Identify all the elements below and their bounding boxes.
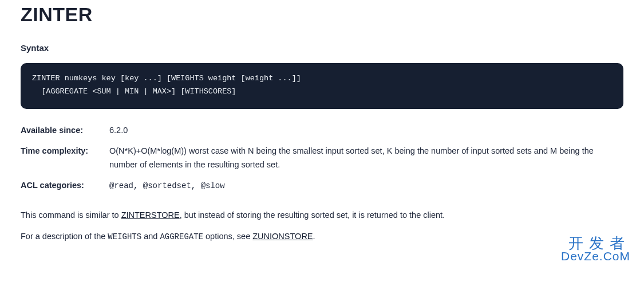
syntax-heading: Syntax — [21, 43, 623, 53]
code-aggregate: AGGREGATE — [160, 232, 203, 241]
doc-page: ZINTER Syntax ZINTER numkeys key [key ..… — [0, 0, 644, 268]
meta-label: Time complexity: — [21, 144, 109, 157]
meta-row-time-complexity: Time complexity: O(N*K)+O(M*log(M)) wors… — [21, 144, 623, 172]
text: This command is similar to — [21, 210, 121, 220]
meta-label: Available since: — [21, 124, 109, 136]
meta-value: @read, @sortedset, @slow — [109, 179, 623, 193]
meta-table: Available since: 6.2.0 Time complexity: … — [21, 124, 623, 193]
meta-row-acl: ACL categories: @read, @sortedset, @slow — [21, 179, 623, 193]
meta-label: ACL categories: — [21, 179, 109, 192]
meta-row-available-since: Available since: 6.2.0 — [21, 124, 623, 138]
text: options, see — [203, 232, 252, 241]
page-title: ZINTER — [21, 3, 623, 26]
meta-value: 6.2.0 — [109, 124, 623, 138]
body-paragraph-2: For a description of the WEIGHTS and AGG… — [21, 230, 623, 243]
code-weights: WEIGHTS — [108, 232, 141, 241]
text: . — [313, 232, 315, 241]
watermark-line-2: DevZe.CoM — [561, 250, 630, 263]
link-zinterstore[interactable]: ZINTERSTORE — [121, 210, 180, 220]
text: For a description of the — [21, 232, 108, 241]
link-zunionstore[interactable]: ZUNIONSTORE — [252, 232, 313, 241]
acl-code: @read, @sortedset, @slow — [109, 181, 225, 190]
meta-value: O(N*K)+O(M*log(M)) worst case with N bei… — [109, 144, 623, 172]
text: , but instead of storing the resulting s… — [180, 210, 445, 220]
body-paragraph-1: This command is similar to ZINTERSTORE, … — [21, 209, 623, 222]
syntax-code-block: ZINTER numkeys key [key ...] [WEIGHTS we… — [21, 63, 623, 109]
text: and — [141, 232, 160, 241]
